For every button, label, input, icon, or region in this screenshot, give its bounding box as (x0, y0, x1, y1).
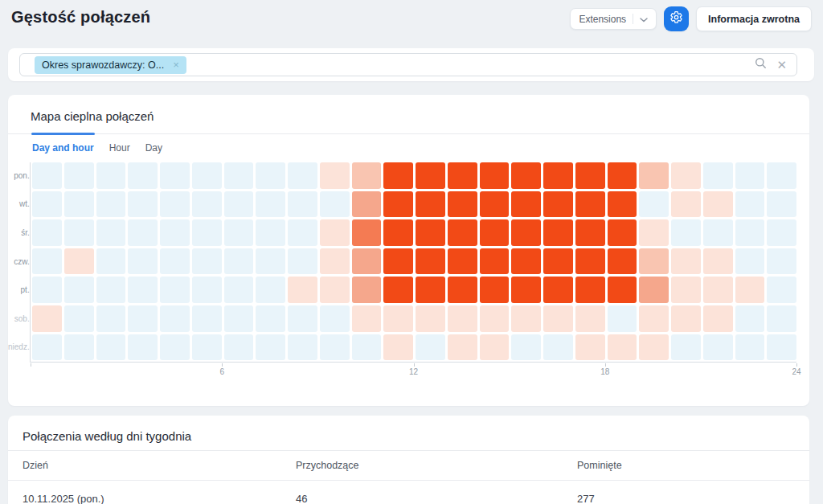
heatmap-cell[interactable] (383, 162, 413, 189)
heatmap-cell[interactable] (543, 191, 573, 218)
heatmap-cell[interactable] (224, 305, 254, 332)
heatmap-cell[interactable] (575, 219, 605, 246)
heatmap-cell[interactable] (767, 162, 796, 189)
heatmap-cell[interactable] (32, 162, 62, 189)
heatmap-cell[interactable] (703, 162, 733, 189)
heatmap-cell[interactable] (383, 219, 413, 246)
heatmap-cell[interactable] (96, 277, 126, 303)
heatmap-cell[interactable] (64, 277, 94, 303)
heatmap-cell[interactable] (224, 219, 254, 246)
heatmap-cell[interactable] (320, 334, 350, 361)
heatmap-cell[interactable] (543, 248, 573, 275)
heatmap-cell[interactable] (32, 305, 62, 332)
heatmap-cell[interactable] (416, 334, 445, 361)
heatmap-cell[interactable] (192, 305, 222, 332)
heatmap-cell[interactable] (608, 248, 637, 275)
heatmap-cell[interactable] (480, 277, 510, 303)
heatmap-cell[interactable] (735, 191, 765, 218)
heatmap-cell[interactable] (416, 191, 445, 218)
heatmap-cell[interactable] (256, 219, 285, 246)
heatmap-cell[interactable] (511, 248, 541, 275)
heatmap-cell[interactable] (767, 248, 796, 275)
clear-filter-icon[interactable]: ✕ (776, 59, 787, 71)
heatmap-cell[interactable] (735, 248, 765, 275)
settings-button[interactable] (664, 6, 689, 31)
heatmap-cell[interactable] (32, 334, 62, 361)
heatmap-cell[interactable] (448, 334, 477, 361)
heatmap-cell[interactable] (480, 191, 510, 218)
heatmap-cell[interactable] (543, 277, 573, 303)
heatmap-cell[interactable] (352, 334, 382, 361)
feedback-button[interactable]: Informacja zwrotna (696, 6, 812, 31)
heatmap-cell[interactable] (671, 334, 701, 361)
heatmap-cell[interactable] (383, 191, 413, 218)
heatmap-cell[interactable] (575, 277, 605, 303)
heatmap-cell[interactable] (448, 219, 477, 246)
heatmap-cell[interactable] (352, 305, 382, 332)
heatmap-cell[interactable] (288, 219, 317, 246)
heatmap-cell[interactable] (128, 334, 158, 361)
heatmap-cell[interactable] (511, 277, 541, 303)
heatmap-cell[interactable] (383, 334, 413, 361)
heatmap-cell[interactable] (160, 305, 190, 332)
heatmap-cell[interactable] (288, 191, 317, 218)
heatmap-cell[interactable] (735, 305, 765, 332)
heatmap-cell[interactable] (64, 248, 94, 275)
heatmap-cell[interactable] (448, 248, 477, 275)
heatmap-cell[interactable] (256, 191, 285, 218)
heatmap-cell[interactable] (288, 305, 317, 332)
heatmap-cell[interactable] (64, 162, 94, 189)
heatmap-cell[interactable] (383, 277, 413, 303)
heatmap-cell[interactable] (320, 305, 350, 332)
heatmap-cell[interactable] (639, 248, 669, 275)
heatmap-cell[interactable] (639, 305, 669, 332)
heatmap-cell[interactable] (671, 219, 701, 246)
heatmap-cell[interactable] (96, 248, 126, 275)
heatmap-cell[interactable] (320, 219, 350, 246)
heatmap-cell[interactable] (575, 334, 605, 361)
heatmap-cell[interactable] (767, 277, 796, 303)
heatmap-cell[interactable] (352, 191, 382, 218)
heatmap-cell[interactable] (192, 334, 222, 361)
heatmap-cell[interactable] (448, 162, 477, 189)
heatmap-cell[interactable] (703, 191, 733, 218)
filter-search-input[interactable]: Okres sprawozdawczy: O... × ✕ (19, 53, 797, 76)
heatmap-cell[interactable] (288, 248, 317, 275)
heatmap-cell[interactable] (256, 305, 285, 332)
chip-close-icon[interactable]: × (173, 59, 179, 70)
heatmap-cell[interactable] (128, 248, 158, 275)
heatmap-cell[interactable] (608, 277, 637, 303)
heatmap-cell[interactable] (416, 248, 445, 275)
heatmap-cell[interactable] (448, 305, 477, 332)
heatmap-cell[interactable] (480, 162, 510, 189)
heatmap-cell[interactable] (543, 334, 573, 361)
heatmap-cell[interactable] (511, 305, 541, 332)
heatmap-cell[interactable] (575, 305, 605, 332)
heatmap-cell[interactable] (256, 162, 285, 189)
heatmap-cell[interactable] (32, 219, 62, 246)
heatmap-cell[interactable] (224, 162, 254, 189)
heatmap-cell[interactable] (608, 305, 637, 332)
filter-chip-reporting-period[interactable]: Okres sprawozdawczy: O... × (35, 56, 186, 74)
heatmap-cell[interactable] (224, 277, 254, 303)
heatmap-cell[interactable] (480, 248, 510, 275)
heatmap-cell[interactable] (288, 277, 317, 303)
heatmap-cell[interactable] (511, 191, 541, 218)
heatmap-cell[interactable] (192, 219, 222, 246)
heatmap-cell[interactable] (320, 162, 350, 189)
heatmap-cell[interactable] (543, 305, 573, 332)
tab-day-and-hour[interactable]: Day and hour (32, 142, 94, 154)
heatmap-cell[interactable] (671, 248, 701, 275)
heatmap-cell[interactable] (608, 191, 637, 218)
heatmap-cell[interactable] (480, 219, 510, 246)
heatmap-cell[interactable] (735, 277, 765, 303)
heatmap-cell[interactable] (128, 219, 158, 246)
heatmap-cell[interactable] (160, 191, 190, 218)
heatmap-cell[interactable] (543, 162, 573, 189)
heatmap-cell[interactable] (671, 162, 701, 189)
heatmap-cell[interactable] (480, 305, 510, 332)
extensions-dropdown[interactable]: Extensions (570, 8, 657, 30)
heatmap-cell[interactable] (352, 248, 382, 275)
heatmap-cell[interactable] (160, 248, 190, 275)
heatmap-cell[interactable] (383, 305, 413, 332)
